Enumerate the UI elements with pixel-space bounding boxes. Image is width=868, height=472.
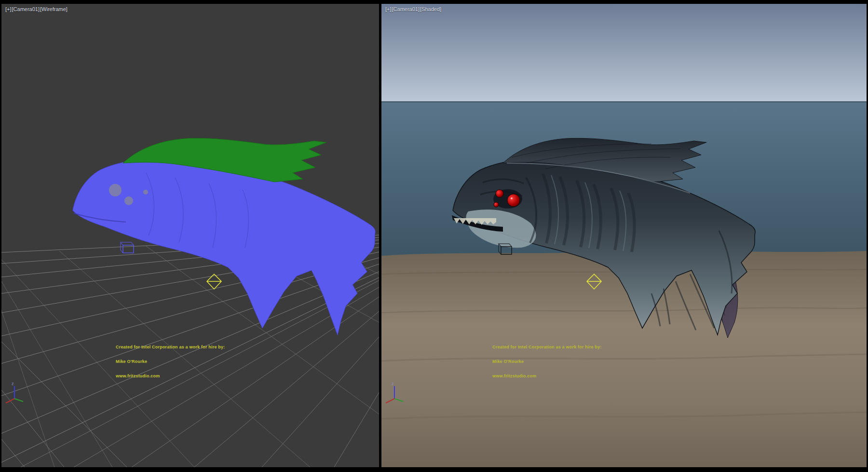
viewport-shaded[interactable]: z [+] [Camera01] [Shaded] Created for In… bbox=[381, 4, 867, 467]
sky bbox=[381, 4, 867, 101]
box-helper[interactable] bbox=[121, 242, 134, 253]
viewport-wireframe[interactable]: z [+] [Camera01] [Wireframe] Created for… bbox=[1, 4, 379, 467]
world-axis-gizmo: z bbox=[6, 381, 23, 403]
fish-eye-mid bbox=[496, 190, 503, 197]
fish-model[interactable] bbox=[73, 138, 375, 335]
dual-viewport-area: z [+] [Camera01] [Wireframe] Created for… bbox=[0, 0, 868, 472]
fish-eye-small bbox=[494, 202, 499, 207]
diamond-helper[interactable] bbox=[207, 274, 221, 289]
viewport-general-menu[interactable]: [+] bbox=[5, 6, 12, 12]
viewport-shading-menu[interactable]: [Wireframe] bbox=[40, 6, 68, 12]
axis-z-label: z bbox=[12, 381, 14, 386]
fish-eye-large bbox=[507, 194, 520, 207]
horizon-line bbox=[381, 101, 867, 102]
wireframe-scene[interactable]: z bbox=[1, 4, 379, 467]
viewport-label-right: [+] [Camera01] [Shaded] bbox=[385, 6, 441, 12]
viewport-pov-menu[interactable]: [Camera01] bbox=[12, 6, 40, 12]
eye-highlight bbox=[511, 197, 513, 199]
viewport-pov-menu[interactable]: [Camera01] bbox=[392, 6, 420, 12]
viewport-general-menu[interactable]: [+] bbox=[385, 6, 392, 12]
viewport-shading-menu[interactable]: [Shaded] bbox=[420, 6, 441, 12]
shaded-scene[interactable]: z bbox=[381, 4, 867, 467]
axis-z-label: z bbox=[392, 381, 394, 386]
viewport-label-left: [+] [Camera01] [Wireframe] bbox=[5, 6, 68, 12]
